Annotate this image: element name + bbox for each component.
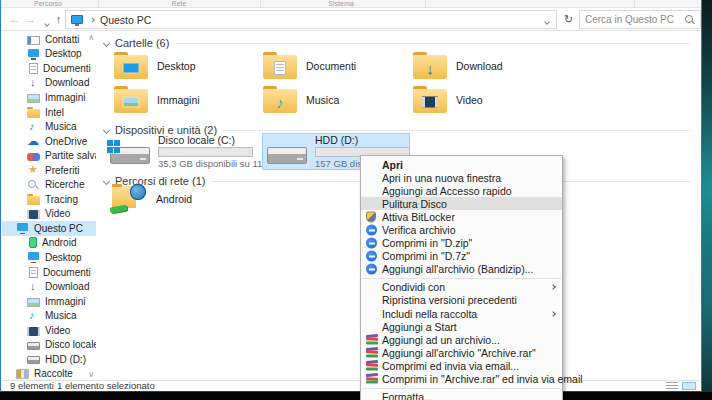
sidebar-item-partite-salvate[interactable]: Partite salvate	[2, 148, 96, 163]
sidebar-item-download[interactable]: Download	[2, 76, 96, 91]
folder-tile-desktop[interactable]: Desktop	[114, 52, 259, 79]
sidebar-item-questo-pc[interactable]: Questo PC	[2, 221, 96, 236]
taskbar[interactable]	[0, 392, 712, 400]
search-placeholder: Cerca in Questo PC	[585, 14, 684, 25]
up-icon[interactable]: ↑	[51, 11, 66, 27]
sidebar-item-contatti[interactable]: Contatti	[2, 32, 96, 47]
refresh-icon[interactable]: ↻	[561, 11, 576, 27]
selection-count: 1 elemento selezionato	[57, 381, 155, 390]
sidebar-item-immagini[interactable]: Immagini	[2, 90, 96, 105]
search-input[interactable]: Cerca in Questo PC	[579, 10, 701, 29]
network-cable-icon	[110, 205, 128, 214]
sidebar-item-musica[interactable]: Musica	[2, 119, 96, 134]
menu-item-pulitura-disco[interactable]: Pulitura Disco	[361, 197, 562, 210]
drive-tile-c[interactable]: Disco locale (C:) 35,3 GB disponibili su…	[106, 133, 258, 170]
folder-icon	[114, 86, 148, 113]
items-count: 9 elementi	[10, 381, 54, 390]
menu-item-aggiungi-ad-archivio[interactable]: Aggiungi ad un archivio...	[361, 333, 562, 346]
breadcrumb-chevron-icon[interactable]	[89, 17, 95, 23]
winrar-icon	[366, 334, 378, 345]
sidebar-item-android[interactable]: Android	[2, 236, 96, 251]
filmstrip-icon	[27, 327, 40, 336]
large-icons-view-icon[interactable]	[682, 382, 696, 390]
folder-tile-documenti[interactable]: Documenti	[263, 52, 408, 79]
menu-item-comprimi-archive-rar-email[interactable]: Comprimi in "Archive.rar" ed invia via e…	[361, 373, 562, 386]
sidebar-item-musica-pc[interactable]: Musica	[2, 308, 96, 323]
menu-item-ripristina-versioni[interactable]: Ripristina versioni precedenti	[361, 294, 562, 307]
menu-separator	[362, 278, 561, 279]
network-tile-android[interactable]: Android	[110, 184, 260, 213]
menu-item-aggiungi-start[interactable]: Aggiungi a Start	[361, 320, 562, 333]
address-dropdown-icon[interactable]	[538, 14, 556, 26]
search-folder-icon	[27, 179, 40, 191]
menu-item-condividi-con[interactable]: Condividi con	[361, 281, 562, 294]
menu-item-apri-nuova-finestra[interactable]: Apri in una nuova finestra	[361, 171, 562, 184]
sidebar-item-ricerche[interactable]: Ricerche	[2, 177, 96, 192]
folder-icon	[27, 109, 40, 118]
menu-item-comprimi-invia-email[interactable]: Comprimi ed invia via email...	[361, 359, 562, 372]
menu-item-apri[interactable]: Apri	[361, 158, 562, 171]
folder-tile-download[interactable]: ↓ Download	[413, 52, 558, 79]
menu-item-aggiungi-archive-rar[interactable]: Aggiungi all'archivio "Archive.rar"	[361, 346, 562, 359]
breadcrumb-location[interactable]: Questo PC	[100, 14, 151, 26]
sidebar-item-intel[interactable]: Intel	[2, 105, 96, 120]
cloud-icon	[27, 135, 40, 147]
music-note-icon	[27, 121, 40, 133]
menu-item-formatta[interactable]: Formatta...	[361, 391, 562, 400]
collapse-chevron-icon[interactable]	[103, 39, 110, 46]
collapse-chevron-icon[interactable]	[103, 177, 110, 184]
back-icon[interactable]: ←	[7, 11, 22, 27]
sidebar-item-raccolte[interactable]: Raccolte	[2, 367, 96, 380]
folder-tile-immagini[interactable]: Immagini	[114, 86, 259, 113]
sidebar-item-video[interactable]: Video	[2, 207, 96, 222]
status-bar: 9 elementi 1 elemento selezionato	[2, 380, 700, 390]
download-overlay-icon: ↓	[426, 60, 434, 75]
download-arrow-icon	[27, 281, 40, 293]
sidebar-item-documenti-pc[interactable]: Documenti	[2, 265, 96, 280]
forward-icon[interactable]: →	[23, 11, 38, 27]
scroll-down-icon[interactable]: ∨	[88, 370, 94, 379]
details-view-icon[interactable]	[666, 382, 678, 390]
folder-tile-video[interactable]: Video	[413, 86, 558, 113]
sidebar-item-onedrive[interactable]: OneDrive	[2, 134, 96, 149]
sidebar-item-preferiti[interactable]: Preferiti	[2, 163, 96, 178]
star-icon	[27, 164, 40, 176]
ribbon-group-percorso[interactable]: Percorso	[34, 0, 62, 8]
menu-item-comprimi-dzip[interactable]: Comprimi in "D.zip"	[361, 237, 562, 250]
ribbon-group-rete[interactable]: Rete	[172, 0, 187, 8]
sidebar-item-disco-locale-c[interactable]: Disco locale (C:)	[2, 337, 96, 352]
address-bar[interactable]: Questo PC	[65, 10, 557, 29]
sidebar-item-video-pc[interactable]: Video	[2, 323, 96, 338]
sidebar-item-hdd-d[interactable]: HDD (D:)	[2, 352, 96, 367]
folder-icon	[27, 196, 40, 205]
picture-icon	[27, 94, 40, 103]
folder-tile-musica[interactable]: ♪ Musica	[263, 86, 408, 113]
bitlocker-shield-icon	[366, 211, 376, 222]
sidebar-item-immagini-pc[interactable]: Immagini	[2, 294, 96, 309]
ribbon-strip: Percorso Rete Sistema	[1, 0, 701, 8]
bandizip-icon	[366, 264, 377, 275]
download-arrow-icon	[27, 77, 40, 89]
sidebar-item-desktop-pc[interactable]: Desktop	[2, 250, 96, 265]
search-icon[interactable]	[684, 14, 695, 25]
usage-bar	[158, 147, 253, 157]
menu-item-aggiungi-archivio-bandizip[interactable]: Aggiungi all'archivio (Bandizip)...	[361, 263, 562, 276]
sidebar-item-tracing[interactable]: Tracing	[2, 192, 96, 207]
document-overlay-icon	[274, 61, 286, 75]
sidebar-item-desktop[interactable]: Desktop	[2, 47, 96, 62]
scroll-up-icon[interactable]: ∧	[88, 33, 94, 42]
menu-item-verifica-archivio[interactable]: Verifica archivio	[361, 223, 562, 236]
contacts-icon	[27, 36, 40, 45]
desktop-overlay-icon	[123, 62, 140, 73]
menu-item-includi-raccolta[interactable]: Includi nella raccolta	[361, 307, 562, 320]
menu-separator	[362, 388, 561, 389]
ribbon-group-sistema[interactable]: Sistema	[328, 0, 353, 8]
menu-item-attiva-bitlocker[interactable]: Attiva BitLocker	[361, 210, 562, 223]
sidebar-item-download-pc[interactable]: Download	[2, 279, 96, 294]
menu-item-comprimi-d7z[interactable]: Comprimi in "D.7z"	[361, 250, 562, 263]
section-header-cartelle[interactable]: Cartelle (6)	[104, 37, 690, 49]
bandizip-icon	[366, 238, 377, 249]
bandizip-icon	[366, 251, 377, 262]
menu-item-aggiungi-accesso-rapido[interactable]: Aggiungi ad Accesso rapido	[361, 184, 562, 197]
sidebar-item-documenti[interactable]: Documenti	[2, 61, 96, 76]
